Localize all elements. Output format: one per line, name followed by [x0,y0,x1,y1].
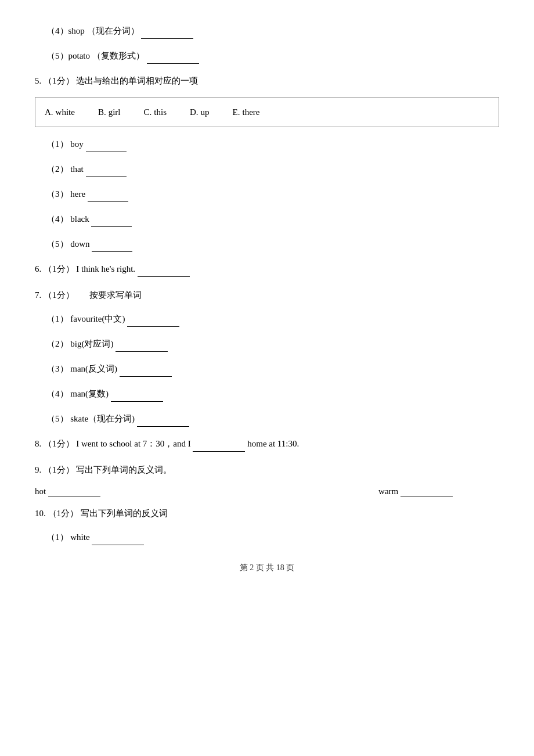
q7-sub2-blank[interactable] [116,341,168,352]
q7-sub4: （4） man(复数) [46,386,499,402]
q10-sub-questions: （1） white [35,530,499,545]
q7-sub2-num: （2） [46,339,68,348]
q9-warm-word: warm [378,487,398,496]
q7-sub1-blank[interactable] [127,316,179,327]
q9-item-warm: warm [378,486,453,496]
q7-sub1-word: favourite(中文) [70,314,125,323]
q5-sub2-word: that [70,164,84,174]
q7-sub5: （5） skate（现在分词) [46,411,499,427]
q5-sub5: （5） down [46,236,499,252]
q7-sub2-word: big(对应词) [70,339,113,348]
q5-sub4-num: （4） [46,214,68,224]
q4-item4-blank[interactable] [141,28,193,39]
q7-sub-questions: （1） favourite(中文) （2） big(对应词) （3） man(反… [35,311,499,427]
q9-instruction: 写出下列单词的反义词。 [76,465,172,474]
q10-instruction: 写出下列单词的反义词 [81,509,168,518]
q4-continuation: （4）shop （现在分词） （5）potato （复数形式） [35,23,499,64]
q5-option-c: C. this [144,103,167,121]
q5-sub4: （4） black [46,211,499,227]
q9-hot-word: hot [35,487,46,496]
q9-hot-blank[interactable] [48,486,100,496]
q5-option-b: B. girl [98,103,121,121]
q10-score: （1分） [48,509,79,518]
q5-sub-questions: （1） boy （2） that （3） here （4） black （5） … [35,136,499,252]
q5-option-b-word: girl [109,103,121,121]
q5-number: 5. [35,76,41,85]
q10-sub1: （1） white [46,530,499,545]
q7-header: 7. （1分） 按要求写单词 [35,287,499,303]
q10-sub1-blank[interactable] [92,535,144,545]
q7-sub5-num: （5） [46,414,68,423]
q7-sub1: （1） favourite(中文) [46,311,499,327]
q5-sub2-blank[interactable] [86,167,127,177]
q9-item-hot: hot [35,486,100,496]
q6-text: I think he's right. [76,264,135,273]
q8-text-after: home at 11:30. [247,439,299,448]
q5-instruction: 选出与给出的单词相对应的一项 [76,76,198,85]
q9-items-row: hot warm [35,486,499,496]
q7-sub3-word: man(反义词) [70,364,117,373]
q5-sub5-num: （5） [46,239,68,249]
q7-sub3: （3） man(反义词) [46,361,499,377]
q8-blank[interactable] [193,441,245,452]
q5-sub1-num: （1） [46,139,68,149]
q5-header: 5. （1分） 选出与给出的单词相对应的一项 [35,73,499,89]
q5-option-d-word: up [201,103,210,121]
q5-option-c-letter: C. [144,103,152,121]
q5-option-b-letter: B. [98,103,106,121]
q5-sub1-word: boy [70,139,84,149]
q4-item5-label: （5）potato （复数形式） [46,51,145,60]
q5-sub4-blank[interactable] [91,217,132,227]
q6-score: （1分） [44,264,74,273]
q5-sub2-num: （2） [46,164,68,174]
q6-number: 6. [35,264,41,273]
q7-score: （1分） [44,290,74,300]
q5-sub4-word: black [70,214,89,224]
q7-sub3-blank[interactable] [120,366,172,377]
q5-sub5-blank[interactable] [92,242,132,252]
page-content: （4）shop （现在分词） （5）potato （复数形式） 5. （1分） … [35,23,499,573]
q5-sub5-word: down [70,239,89,249]
q5-sub3: （3） here [46,186,499,202]
q4-item4-label: （4）shop （现在分词） [46,26,139,35]
q5-sub1: （1） boy [46,136,499,152]
q8-number: 8. [35,439,41,448]
q4-item-5: （5）potato （复数形式） [46,48,499,64]
q7-sub5-word: skate（现在分词) [70,414,135,423]
q5-sub3-blank[interactable] [88,192,128,202]
q7-sub2: （2） big(对应词) [46,336,499,352]
q7-sub5-blank[interactable] [137,416,189,427]
q4-item5-blank[interactable] [147,53,199,64]
q8-score: （1分） [44,439,74,448]
q7-instruction: 按要求写单词 [89,290,142,300]
q7-sub3-num: （3） [46,364,68,373]
q5-options-box: A. white B. girl C. this D. up E. there [35,97,499,127]
q9-warm-blank[interactable] [400,486,453,496]
q8: 8. （1分） I went to school at 7：30，and I h… [35,436,499,452]
q5-option-a: A. white [45,103,75,121]
q5-sub3-num: （3） [46,189,68,199]
q5-option-e: E. there [233,103,260,121]
q10-header: 10. （1分） 写出下列单词的反义词 [35,506,499,521]
q5-sub1-blank[interactable] [86,142,127,152]
q5-option-d-letter: D. [190,103,199,121]
q9-score: （1分） [44,465,74,474]
q5-option-e-letter: E. [233,103,240,121]
q6-blank[interactable] [138,267,190,277]
q10-number: 10. [35,509,46,518]
q7-sub1-num: （1） [46,314,68,323]
q5-option-a-letter: A. [45,103,53,121]
q5-option-e-word: there [243,103,260,121]
q5-options-row: A. white B. girl C. this D. up E. there [45,103,489,121]
q5-sub2: （2） that [46,161,499,177]
q9-header: 9. （1分） 写出下列单词的反义词。 [35,462,499,478]
q5-score: （1分） [44,76,74,85]
q5-option-c-word: this [154,103,167,121]
q10-sub1-num: （1） [46,532,68,542]
q7-sub4-num: （4） [46,389,68,398]
q5-option-a-word: white [56,103,75,121]
q6: 6. （1分） I think he's right. [35,261,499,277]
q5-sub3-word: here [70,189,85,199]
q7-sub4-word: man(复数) [70,389,109,398]
q7-sub4-blank[interactable] [111,391,163,402]
